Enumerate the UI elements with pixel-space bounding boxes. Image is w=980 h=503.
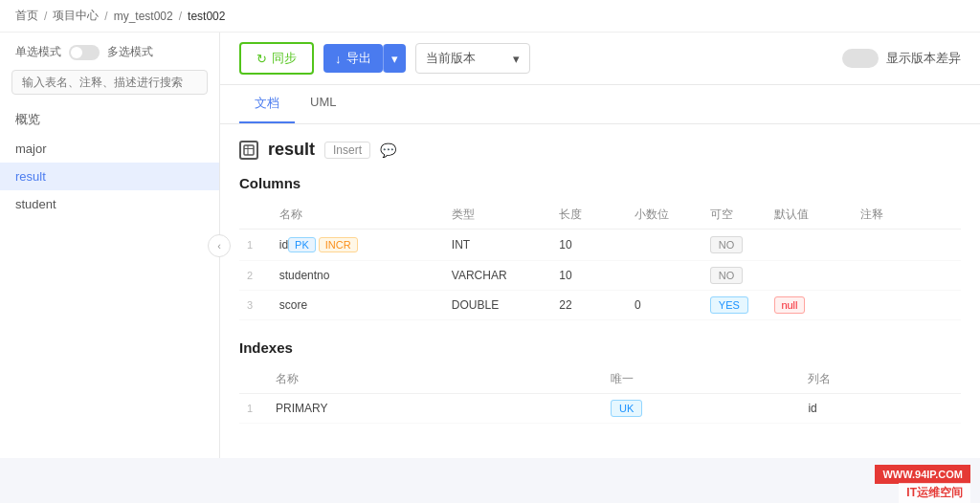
idx-num: 1 <box>239 394 268 424</box>
col-header-decimal: 小数位 <box>627 201 702 230</box>
export-button[interactable]: ↓ 导出 <box>323 44 383 73</box>
diff-toggle-switch[interactable] <box>842 49 879 68</box>
breadcrumb: 首页 / 项目中心 / my_test002 / test002 <box>0 0 980 33</box>
col-nullable: NO <box>702 261 768 291</box>
col-name: score <box>272 291 444 320</box>
table-row: 1idPKINCRINT10NO <box>239 230 961 261</box>
sidebar-item-student[interactable]: student <box>0 190 219 218</box>
sidebar-item-result[interactable]: result <box>0 163 219 190</box>
col-comment <box>853 230 961 261</box>
col-num: 2 <box>239 261 272 291</box>
idx-header-unique: 唯一 <box>603 365 800 394</box>
col-header-comment: 注释 <box>853 201 961 230</box>
col-default <box>767 230 853 261</box>
columns-section-title: Columns <box>239 175 961 191</box>
idx-header-columns: 列名 <box>800 365 961 394</box>
indexes-table: 名称 唯一 列名 1PRIMARYUKid <box>239 365 961 424</box>
sidebar: 单选模式 多选模式 概览majorresultstudent ‹ <box>0 33 220 458</box>
toolbar: ↻ 同步 ↓ 导出 ▾ 当前版本 ▾ 显示版本差异 <box>220 33 980 85</box>
col-header-nullable: 可空 <box>702 201 768 230</box>
col-default <box>767 261 853 291</box>
default-badge: null <box>774 296 804 314</box>
nullable-badge: YES <box>710 296 748 314</box>
svg-rect-0 <box>244 145 254 155</box>
breadcrumb-sep-1: / <box>44 10 47 23</box>
version-chevron-icon: ▾ <box>513 52 520 66</box>
col-decimal <box>627 230 702 261</box>
breadcrumb-sep-3: / <box>179 10 182 23</box>
col-header-length: 长度 <box>551 201 627 230</box>
columns-table: 名称 类型 长度 小数位 可空 默认值 注释 1idPKINCRINT10NO2… <box>239 201 961 320</box>
col-num: 1 <box>239 230 272 261</box>
breadcrumb-db[interactable]: my_test002 <box>114 10 173 23</box>
col-comment <box>853 261 961 291</box>
breadcrumb-sep-2: / <box>104 10 107 23</box>
col-name: studentno <box>272 261 444 291</box>
tab-uml[interactable]: UML <box>295 85 351 123</box>
export-label: 导出 <box>346 50 371 67</box>
col-nullable: YES <box>702 291 768 320</box>
indexes-tbody: 1PRIMARYUKid <box>239 394 961 424</box>
comment-icon[interactable]: 💬 <box>380 142 396 158</box>
table-name: result <box>268 140 315 160</box>
idx-name: PRIMARY <box>268 394 603 424</box>
col-num: 3 <box>239 291 272 320</box>
col-length: 10 <box>551 230 627 261</box>
col-default: null <box>767 291 853 320</box>
badge-incr: INCR <box>319 237 358 252</box>
col-nullable: NO <box>702 230 768 261</box>
idx-header-num <box>239 365 268 394</box>
col-length: 10 <box>551 261 627 291</box>
nullable-badge: NO <box>710 267 744 284</box>
breadcrumb-home[interactable]: 首页 <box>15 8 38 24</box>
diff-label: 显示版本差异 <box>886 50 961 67</box>
table-name-row: result Insert 💬 <box>239 140 961 160</box>
col-header-name: 名称 <box>272 201 444 230</box>
col-name: idPKINCR <box>272 230 444 261</box>
sidebar-collapse-button[interactable]: ‹ <box>208 234 231 257</box>
content-area: ↻ 同步 ↓ 导出 ▾ 当前版本 ▾ 显示版本差异 文档 UML <box>220 33 980 458</box>
tabs: 文档 UML <box>220 85 980 124</box>
doc-content: result Insert 💬 Columns 名称 类型 长度 小数位 可空 … <box>220 124 980 458</box>
sync-label: 同步 <box>272 50 297 67</box>
sync-button[interactable]: ↻ 同步 <box>239 42 314 75</box>
mode-row: 单选模式 多选模式 <box>0 44 219 70</box>
toggle-thumb <box>71 47 82 58</box>
nullable-badge: NO <box>710 236 744 253</box>
export-icon: ↓ <box>335 52 342 66</box>
badge-pk: PK <box>288 237 316 252</box>
table-icon <box>239 141 258 160</box>
sidebar-item-major[interactable]: major <box>0 135 219 163</box>
indexes-section-title: Indexes <box>239 339 961 356</box>
breadcrumb-project[interactable]: 项目中心 <box>53 8 99 24</box>
diff-toggle-row: 显示版本差异 <box>842 49 961 68</box>
col-comment <box>853 291 961 320</box>
table-row: 1PRIMARYUKid <box>239 394 961 424</box>
idx-columns: id <box>800 394 961 424</box>
breadcrumb-current: test002 <box>188 10 225 23</box>
table-row: 2studentnoVARCHAR10NO <box>239 261 961 291</box>
version-label: 当前版本 <box>426 50 476 67</box>
export-dropdown-button[interactable]: ▾ <box>383 44 406 73</box>
sidebar-item-overview[interactable]: 概览 <box>0 104 219 135</box>
version-select[interactable]: 当前版本 ▾ <box>415 43 530 74</box>
idx-unique: UK <box>603 394 800 424</box>
col-header-default: 默认值 <box>767 201 853 230</box>
col-decimal: 0 <box>627 291 702 320</box>
mode-toggle[interactable] <box>69 45 100 60</box>
columns-tbody: 1idPKINCRINT10NO2studentnoVARCHAR10NO3sc… <box>239 230 961 320</box>
unique-badge: UK <box>611 400 642 417</box>
col-header-num <box>239 201 272 230</box>
col-type: DOUBLE <box>444 291 552 320</box>
table-search-input[interactable] <box>11 70 208 95</box>
col-header-type: 类型 <box>444 201 552 230</box>
tab-doc[interactable]: 文档 <box>239 85 295 123</box>
table-row: 3scoreDOUBLE220YESnull <box>239 291 961 320</box>
export-group: ↓ 导出 ▾ <box>323 44 406 73</box>
single-mode-label: 单选模式 <box>15 44 61 60</box>
table-tag: Insert <box>324 142 370 159</box>
col-length: 22 <box>551 291 627 320</box>
idx-header-name: 名称 <box>268 365 603 394</box>
nav-list: 概览majorresultstudent <box>0 104 219 218</box>
col-decimal <box>627 261 702 291</box>
